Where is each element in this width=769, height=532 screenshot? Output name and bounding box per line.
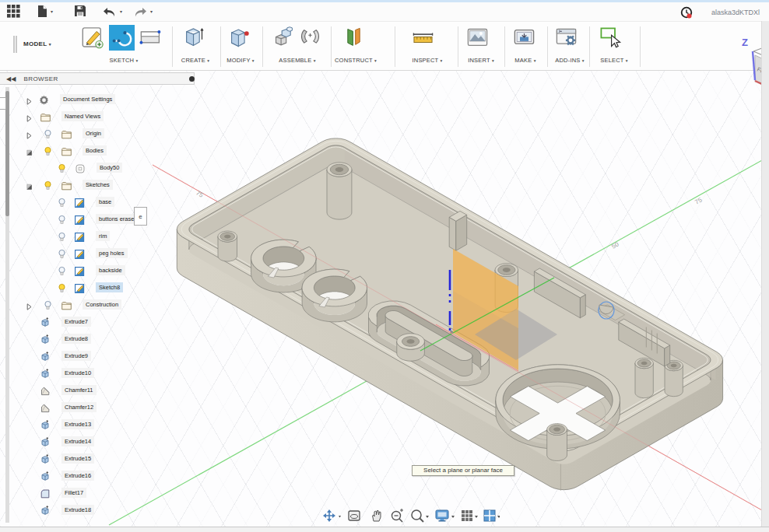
svg-text:Z: Z: [742, 37, 748, 48]
